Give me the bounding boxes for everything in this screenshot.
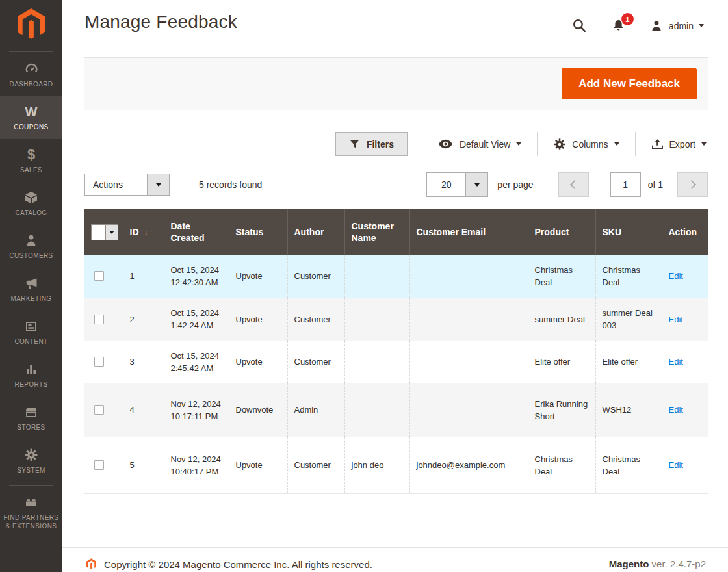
copyright-text: Copyright © 2024 Magento Commerce Inc. A… (104, 559, 372, 570)
sku-cell: Christmas Deal (595, 255, 662, 298)
row-checkbox[interactable] (94, 271, 104, 281)
admin-account-menu[interactable]: admin (649, 19, 704, 33)
magento-logo-icon (18, 8, 45, 40)
row-select-cell (84, 437, 123, 493)
sidebar-item-find-partners[interactable]: FIND PARTNERS & EXTENSIONS (0, 487, 62, 538)
footer-brand: Magento (609, 558, 649, 569)
select-all-checkbox[interactable] (91, 224, 118, 240)
chevron-down-icon (701, 142, 707, 146)
gear-icon (553, 138, 566, 151)
add-new-feedback-button[interactable]: Add New Feedback (562, 68, 697, 99)
row-checkbox[interactable] (94, 357, 104, 367)
column-header-customer-name[interactable]: Customer Name (344, 209, 410, 255)
customer-name-cell (344, 255, 410, 298)
notifications-bell-icon[interactable]: 1 (611, 18, 626, 33)
table-row: 1 Oct 15, 2024 12:42:30 AM Upvote Custom… (84, 255, 708, 298)
table-row: 4 Nov 12, 2024 10:17:11 PM Downvote Admi… (84, 383, 708, 437)
sidebar-item-label: CUSTOMERS (2, 252, 60, 260)
author-cell: Customer (287, 437, 344, 493)
sku-cell: summer Deal 003 (595, 298, 662, 341)
select-all-header[interactable] (84, 209, 123, 255)
product-cell: Christmas Deal (528, 255, 595, 298)
product-cell: Christmas Deal (528, 437, 595, 493)
customer-email-cell (410, 255, 528, 298)
status-cell: Upvote (229, 341, 287, 383)
date-cell: Oct 15, 2024 1:42:24 AM (164, 298, 229, 341)
sidebar-item-catalog[interactable]: CATALOG (0, 182, 62, 225)
next-page-button[interactable] (677, 172, 708, 197)
chevron-down-icon (474, 183, 480, 187)
actions-select-arrow (147, 174, 169, 195)
default-view-label: Default View (460, 139, 510, 150)
sidebar-item-coupons[interactable]: W COUPONS (0, 96, 62, 139)
columns-button[interactable]: Columns (538, 138, 634, 151)
header-actions: 1 admin (571, 18, 708, 34)
row-checkbox[interactable] (94, 405, 104, 415)
row-select-cell (84, 383, 123, 437)
magento-logo[interactable] (0, 0, 62, 49)
customer-name-cell (344, 383, 410, 437)
product-cell: summer Deal (528, 298, 595, 341)
column-header-id[interactable]: ID↓ (123, 209, 164, 255)
author-cell: Customer (287, 255, 344, 298)
search-icon[interactable] (571, 18, 588, 34)
row-select-cell (84, 341, 123, 383)
column-header-author[interactable]: Author (287, 209, 344, 255)
column-header-action[interactable]: Action (662, 209, 708, 255)
column-header-sku[interactable]: SKU (595, 209, 662, 255)
sort-desc-icon: ↓ (144, 228, 149, 237)
chevron-down-icon (516, 142, 521, 146)
total-pages-text: of 1 (648, 179, 663, 190)
sidebar-item-sales[interactable]: $ SALES (0, 139, 62, 182)
sidebar-item-label: REPORTS (2, 380, 60, 389)
edit-link[interactable]: Edit (669, 460, 683, 470)
coupons-icon: W (2, 103, 60, 120)
sidebar: DASHBOARD W COUPONS $ SALES CATALOG CUST… (0, 0, 62, 572)
edit-link[interactable]: Edit (669, 315, 683, 324)
columns-label: Columns (572, 139, 608, 150)
sidebar-item-system[interactable]: SYSTEM (0, 439, 62, 482)
sidebar-item-stores[interactable]: STORES (0, 396, 62, 439)
edit-link[interactable]: Edit (669, 405, 683, 415)
sidebar-item-marketing[interactable]: MARKETING (0, 268, 62, 311)
id-cell: 3 (123, 341, 164, 383)
records-found-text: 5 records found (199, 179, 262, 190)
sidebar-item-label: DASHBOARD (2, 80, 60, 88)
chevron-right-icon (686, 180, 696, 189)
export-button[interactable]: Export (636, 138, 708, 150)
extensions-icon (2, 494, 60, 510)
sidebar-item-customers[interactable]: CUSTOMERS (0, 225, 62, 268)
column-header-customer-email[interactable]: Customer Email (410, 209, 528, 255)
action-cell: Edit (662, 341, 708, 383)
row-checkbox[interactable] (94, 315, 104, 324)
date-cell: Oct 15, 2024 2:45:42 AM (164, 341, 229, 383)
page-actions-band: Add New Feedback (84, 57, 708, 110)
sidebar-item-dashboard[interactable]: DASHBOARD (0, 53, 62, 96)
column-header-status[interactable]: Status (229, 209, 287, 255)
chevron-down-icon (699, 24, 704, 27)
sidebar-divider (9, 51, 53, 52)
column-header-date[interactable]: Date Created (164, 209, 229, 255)
edit-link[interactable]: Edit (669, 357, 683, 367)
sidebar-item-label: FIND PARTNERS & EXTENSIONS (2, 514, 60, 530)
sidebar-item-content[interactable]: CONTENT (0, 311, 62, 354)
column-header-product[interactable]: Product (528, 209, 595, 255)
current-page-input[interactable] (610, 172, 641, 197)
sidebar-item-label: SYSTEM (2, 466, 60, 474)
admin-username: admin (669, 21, 694, 31)
filters-button[interactable]: Filters (335, 132, 408, 156)
previous-page-button[interactable] (558, 172, 589, 197)
sidebar-item-reports[interactable]: REPORTS (0, 354, 62, 396)
default-view-button[interactable]: Default View (422, 136, 537, 152)
per-page-select[interactable]: 20 (426, 172, 488, 197)
action-cell: Edit (662, 383, 708, 437)
per-page-label: per page (497, 179, 533, 190)
date-cell: Oct 15, 2024 12:42:30 AM (164, 255, 229, 298)
chevron-down-icon (109, 231, 114, 234)
actions-select[interactable]: Actions (84, 174, 170, 196)
notification-badge: 1 (621, 13, 634, 25)
row-checkbox[interactable] (94, 460, 104, 470)
checkbox (91, 224, 106, 240)
edit-link[interactable]: Edit (669, 271, 683, 281)
footer-copyright: Copyright © 2024 Magento Commerce Inc. A… (86, 558, 372, 570)
